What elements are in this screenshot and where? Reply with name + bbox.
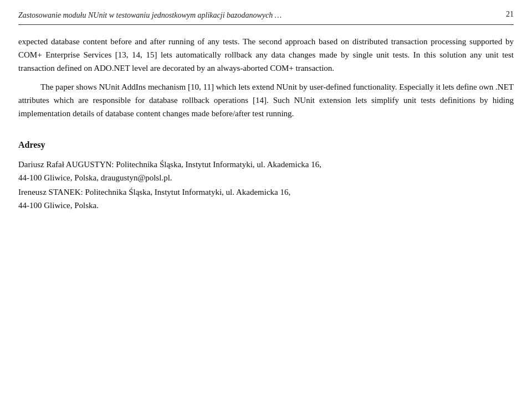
paragraph-2: The paper shows NUnit AddIns mechanism [… xyxy=(18,80,514,120)
address-1-line1: Dariusz Rafał AUGUSTYN: Politechnika Ślą… xyxy=(18,160,321,169)
address-2-line2: 44-100 Gliwice, Polska. xyxy=(18,201,99,210)
address-1-line2: 44-100 Gliwice, Polska, draugustyn@polsl… xyxy=(18,173,172,182)
header-title: Zastosowanie modułu NUnit w testowaniu j… xyxy=(18,10,282,21)
section-heading-adresy: Adresy xyxy=(18,140,514,150)
address-2: Ireneusz STANEK: Politechnika Śląska, In… xyxy=(18,185,514,212)
address-1: Dariusz Rafał AUGUSTYN: Politechnika Ślą… xyxy=(18,158,514,184)
address-2-line1: Ireneusz STANEK: Politechnika Śląska, In… xyxy=(18,188,290,196)
page-number: 21 xyxy=(506,10,514,19)
address-block: Dariusz Rafał AUGUSTYN: Politechnika Ślą… xyxy=(18,158,514,212)
page-header: Zastosowanie modułu NUnit w testowaniu j… xyxy=(18,10,514,25)
body-content: expected database content before and aft… xyxy=(18,35,514,120)
paragraph-1: expected database content before and aft… xyxy=(18,35,514,75)
